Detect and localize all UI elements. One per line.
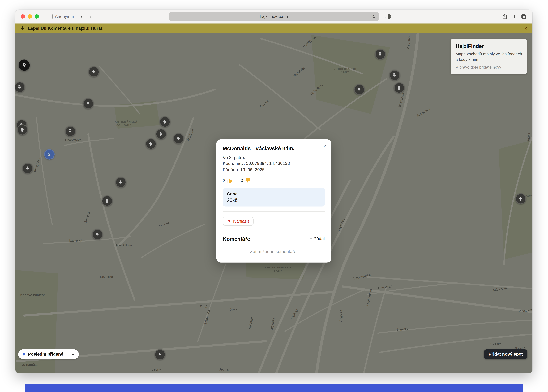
window-controls: [21, 14, 39, 19]
map[interactable]: FRANTIŠKÁNSKÁ ZAHRADAVRCHLICKÉHO SADYRIE…: [15, 33, 532, 373]
toilet-marker[interactable]: [22, 163, 33, 174]
toilet-marker[interactable]: [83, 98, 94, 109]
filter-label: Poslední přidané: [28, 352, 63, 357]
toilet-marker[interactable]: [65, 126, 76, 137]
spot-detail-popup: × McDonalds - Václavské nám. Ve 2. patře…: [216, 139, 331, 262]
divider: [223, 231, 325, 231]
price-value: 20kč: [227, 197, 321, 203]
new-tab-button[interactable]: +: [512, 13, 516, 19]
popup-title: McDonalds - Václavské nám.: [223, 145, 325, 151]
toilet-marker[interactable]: [394, 82, 405, 93]
popup-floor: Ve 2. patře.: [223, 155, 325, 161]
nav-buttons: ‹ ›: [80, 13, 91, 20]
desktop-accent-strip: [25, 384, 523, 392]
toilet-marker[interactable]: [156, 129, 166, 139]
close-window-button[interactable]: [21, 14, 25, 19]
browser-toolbar: Anonymní ‹ › hajzlfinder.com ↻ +: [15, 10, 532, 23]
report-button[interactable]: ⚑ Nahlásit: [223, 217, 254, 226]
notification-banner: Lepsi UI! Komentare u hajzlu! Hura!! ×: [15, 23, 532, 33]
toilet-icon: [20, 26, 25, 31]
popup-coordinates: Koordináty: 50.079894, 14.430133: [223, 161, 325, 167]
flag-icon: ⚑: [227, 219, 231, 224]
divider: [223, 211, 325, 212]
toilet-marker[interactable]: [92, 229, 103, 240]
filter-expand-icon[interactable]: +: [72, 352, 74, 357]
toilet-marker[interactable]: [145, 139, 156, 149]
dislikes-count: 0: [241, 178, 243, 183]
share-icon[interactable]: [502, 13, 508, 20]
price-label: Cena: [227, 191, 321, 196]
sidebar-toggle-icon[interactable]: [46, 14, 53, 19]
private-mode-label: Anonymní: [55, 14, 74, 19]
site-hint: V pravo dole přidáte nový: [455, 65, 522, 69]
desktop-background: Anonymní ‹ › hajzlfinder.com ↻ +: [0, 0, 548, 392]
no-comments-text: Zatím žádné komentáře.: [223, 249, 325, 254]
toolbar-right-icons: +: [502, 13, 527, 20]
toilet-marker[interactable]: [17, 125, 28, 135]
toilet-marker[interactable]: [160, 116, 170, 127]
toilet-marker[interactable]: [375, 49, 386, 60]
add-spot-button[interactable]: Přidat nový spot: [484, 349, 527, 359]
maximize-window-button[interactable]: [35, 14, 39, 19]
add-comment-button[interactable]: + Přidat: [310, 236, 325, 241]
toilet-marker[interactable]: [173, 133, 184, 144]
thumbs-up-icon[interactable]: [227, 178, 233, 183]
forward-button[interactable]: ›: [89, 13, 91, 20]
toilet-marker[interactable]: [389, 70, 400, 81]
tab-overview-icon[interactable]: [521, 14, 527, 20]
minimize-window-button[interactable]: [28, 14, 32, 19]
likes-count: 2: [223, 178, 225, 183]
toilet-marker[interactable]: [102, 196, 113, 206]
toilet-marker[interactable]: [515, 193, 526, 204]
popup-date-added: Přidáno: 19. 06. 2025: [223, 167, 325, 173]
geolocate-button[interactable]: [19, 59, 30, 71]
toilet-marker[interactable]: [155, 349, 165, 360]
recent-filter-pill[interactable]: Poslední přidané +: [18, 349, 79, 359]
site-info-card: HajzlFinder Mapa záchodů mainly ve fastf…: [451, 39, 527, 74]
privacy-mode-icon[interactable]: [385, 14, 391, 20]
toilet-marker[interactable]: [354, 84, 365, 95]
price-box: Cena 20kč: [223, 188, 325, 206]
reload-icon[interactable]: ↻: [372, 14, 376, 19]
address-bar[interactable]: hajzlfinder.com ↻: [169, 12, 379, 21]
cluster-count: 2: [48, 152, 50, 157]
toilet-marker[interactable]: [15, 82, 25, 92]
marker-cluster[interactable]: 2: [44, 149, 55, 160]
votes-row: 2 0: [223, 178, 325, 183]
toilet-marker[interactable]: [115, 177, 126, 188]
tab-info: Anonymní: [46, 14, 74, 19]
url-text: hajzlfinder.com: [260, 14, 288, 19]
site-description: Mapa záchodů mainly ve fastfoodech a kód…: [455, 51, 522, 62]
back-button[interactable]: ‹: [80, 13, 83, 20]
toilet-marker[interactable]: [88, 66, 99, 77]
report-label: Nahlásit: [233, 219, 249, 224]
blue-dot-icon: [23, 353, 25, 356]
thumbs-down-icon[interactable]: [245, 178, 250, 183]
banner-close-button[interactable]: ×: [525, 26, 527, 31]
browser-window: Anonymní ‹ › hajzlfinder.com ↻ +: [15, 10, 532, 373]
banner-text: Lepsi UI! Komentare u hajzlu! Hura!!: [28, 26, 104, 31]
site-title: HajzlFinder: [455, 43, 522, 49]
popup-close-button[interactable]: ×: [324, 142, 327, 148]
comments-header: Komentáře + Přidat: [223, 236, 325, 242]
comments-title: Komentáře: [223, 236, 250, 242]
